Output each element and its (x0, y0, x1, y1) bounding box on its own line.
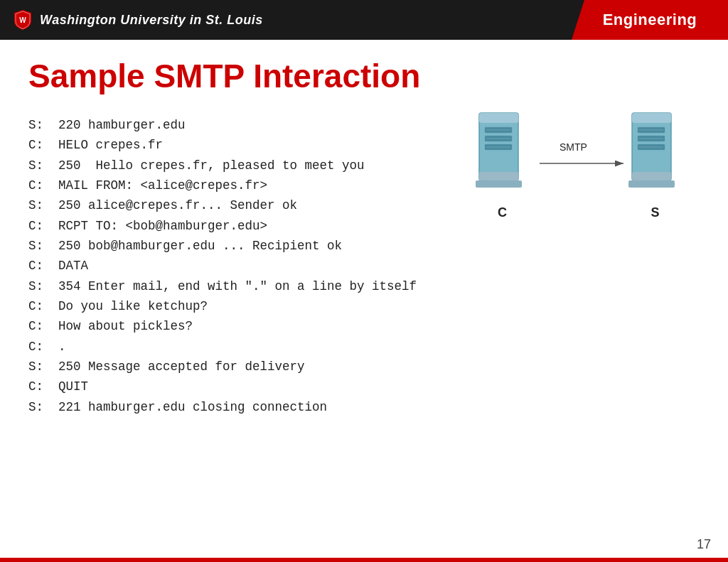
slide-title: Sample SMTP Interaction (28, 57, 700, 95)
smtp-line: C: QUIT (28, 377, 700, 396)
smtp-line: C: DATA (28, 256, 700, 276)
server-c-icon (472, 109, 532, 205)
svg-rect-10 (476, 180, 522, 188)
svg-rect-2 (479, 113, 518, 123)
header: W Washington University in St. Louis Eng… (0, 0, 728, 40)
server-s-icon (625, 109, 685, 205)
server-c: C (472, 109, 532, 220)
bottom-border (0, 558, 728, 562)
smtp-line: S: 354 Enter mail, end with "." on a lin… (28, 276, 700, 296)
svg-rect-21 (632, 172, 671, 180)
smtp-arrow-icon (540, 153, 632, 174)
wustl-shield-icon: W (11, 9, 34, 31)
engineering-label: Engineering (603, 11, 697, 29)
page-number: 17 (697, 537, 711, 552)
smtp-line: S: 250 Message accepted for delivery (28, 357, 700, 377)
smtp-line: C: . (28, 337, 700, 357)
engineering-banner: Engineering (572, 0, 728, 40)
logo-container: W Washington University in St. Louis (11, 9, 263, 31)
smtp-diagram: C SMTP (429, 102, 700, 259)
smtp-line: C: How about pickles? (28, 316, 700, 336)
client-label: C (472, 205, 532, 220)
logo-text: Washington University in St. Louis (40, 13, 263, 28)
smtp-label: SMTP (560, 141, 587, 153)
slide-content: Sample SMTP Interaction (0, 40, 728, 431)
smtp-line: S: 221 hamburger.edu closing connection (28, 397, 700, 417)
smtp-arrow: SMTP (540, 141, 632, 170)
svg-text:W: W (19, 16, 26, 24)
svg-rect-9 (479, 172, 518, 180)
server-label: S (625, 205, 685, 220)
server-s: S (625, 109, 685, 220)
svg-rect-14 (632, 113, 671, 123)
svg-rect-22 (628, 180, 675, 188)
smtp-line: C: Do you like ketchup? (28, 296, 700, 316)
